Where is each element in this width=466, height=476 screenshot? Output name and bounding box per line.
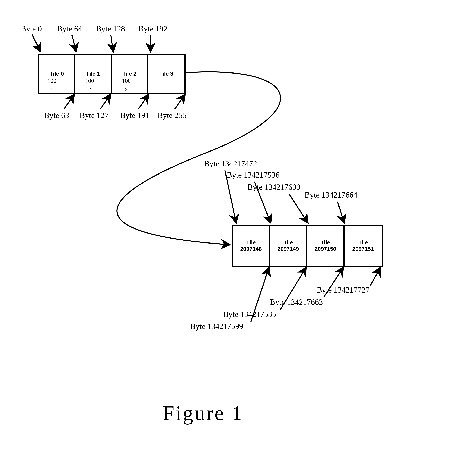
svg-line-5 (100, 94, 111, 109)
svg-line-2 (111, 34, 113, 52)
svg-line-6 (139, 94, 149, 109)
svg-line-11 (338, 202, 344, 223)
svg-line-15 (251, 267, 269, 322)
arrows-overlay (0, 0, 466, 476)
svg-line-9 (254, 181, 271, 223)
svg-line-13 (324, 267, 343, 297)
svg-line-10 (289, 194, 308, 223)
svg-line-7 (175, 94, 185, 109)
svg-line-14 (280, 267, 306, 310)
svg-line-4 (64, 94, 74, 109)
svg-line-0 (32, 34, 41, 52)
svg-line-12 (370, 267, 381, 285)
svg-line-8 (225, 170, 236, 223)
svg-line-1 (72, 34, 76, 52)
